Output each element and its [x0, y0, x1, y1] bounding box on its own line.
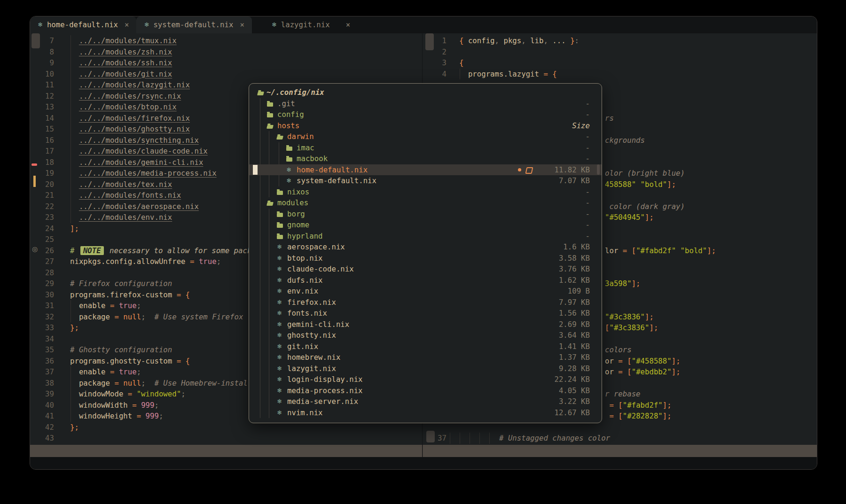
statusline-right: lazygit.nix 1:1	[423, 445, 817, 457]
code-line[interactable]: 7 ../../modules/tmux.nix	[30, 35, 422, 47]
statusline-position: 1:1	[793, 469, 807, 470]
code-line[interactable]: 4 programs.lazygit = {	[423, 69, 817, 80]
tree-item-darwin[interactable]: darwin-	[249, 131, 602, 142]
code-line[interactable]: 3{	[423, 57, 817, 69]
tree-item-label: macbook	[297, 153, 328, 164]
tree-item-size: -	[586, 120, 590, 132]
code-line[interactable]: 2	[423, 47, 817, 58]
tree-item-label: system-default.nix	[297, 175, 376, 186]
tree-item-label: nvim.nix	[287, 407, 323, 419]
code-line[interactable]: 10 ../../modules/git.nix	[30, 69, 422, 80]
tree-item-borg[interactable]: borg-	[249, 209, 602, 220]
tree-item-hosts[interactable]: hosts-	[249, 120, 602, 132]
code-line[interactable]: 43	[30, 433, 422, 444]
popup-scroll-indicator	[597, 164, 600, 175]
tree-item-size: -	[586, 197, 590, 209]
tree-item-size: 1.6 KB	[563, 241, 590, 253]
tab-lazygit-nix[interactable]: ❄lazygit.nix×	[264, 16, 358, 33]
nix-file-icon: ❄	[277, 297, 282, 308]
tree-item-size: 3.58 KB	[559, 253, 590, 264]
code-line[interactable]: 8 ../../modules/zsh.nix	[30, 47, 422, 58]
tree-item-label: hyprland	[287, 231, 323, 242]
tree-item-size: 3.22 KB	[559, 396, 590, 407]
neotree-root-row[interactable]: ~/.config/nix Size	[249, 87, 602, 98]
tab-home-default-nix[interactable]: ❄home-default.nix×	[30, 16, 136, 33]
line-number: 23	[30, 212, 54, 223]
nix-file-icon: ❄	[277, 319, 282, 330]
line-number: 15	[30, 124, 54, 135]
tree-item-size: 9.28 KB	[559, 363, 590, 374]
line-number: 18	[30, 157, 54, 168]
tree-item-env-nix[interactable]: ❄env.nix109 B	[249, 286, 602, 297]
tree-item--git[interactable]: .git-	[249, 98, 602, 109]
tree-item-claude-code-nix[interactable]: ❄claude-code.nix3.76 KB	[249, 264, 602, 275]
tab-system-default-nix[interactable]: ❄system-default.nix×	[136, 16, 251, 33]
command-line[interactable]: :Neotree toggle reveal 8,1 Top	[30, 457, 817, 469]
code-line[interactable]: 37 # Unstagged changes color	[423, 433, 817, 444]
line-number: 16	[30, 135, 54, 146]
tree-item-size: -	[586, 153, 590, 164]
tree-item-fonts-nix[interactable]: ❄fonts.nix1.56 KB	[249, 308, 602, 319]
line-number: 36	[30, 356, 54, 367]
left-scrollbar-thumb[interactable]	[31, 33, 40, 48]
tree-item-size: 3.76 KB	[559, 264, 590, 275]
line-number: 9	[30, 57, 54, 69]
tree-item-system-default-nix[interactable]: ❄system-default.nix7.07 KB	[249, 175, 602, 186]
tree-item-gnome[interactable]: gnome-	[249, 219, 602, 231]
tree-item-dufs-nix[interactable]: ❄dufs.nix1.62 KB	[249, 275, 602, 286]
right-scrollbar-thumb[interactable]	[425, 33, 434, 50]
tree-item-macbook[interactable]: macbook-	[249, 153, 602, 164]
line-number: 25	[30, 234, 54, 245]
nix-file-icon: ❄	[277, 352, 282, 363]
close-icon[interactable]: ×	[240, 16, 244, 33]
nix-file-icon: ❄	[277, 241, 282, 253]
code-line[interactable]: 42};	[30, 422, 422, 433]
folder-open-icon	[266, 125, 274, 129]
code-line[interactable]: 1{ config, pkgs, lib, ... }:	[423, 35, 817, 47]
tree-item-nixos[interactable]: nixos-	[249, 186, 602, 198]
nix-file-icon: ❄	[286, 175, 291, 186]
tree-item-config[interactable]: config-	[249, 109, 602, 120]
close-icon[interactable]: ×	[125, 16, 129, 33]
tree-item-label: nixos	[287, 186, 309, 198]
tree-item-login-display-nix[interactable]: ❄login-display.nix22.24 KB	[249, 374, 602, 385]
tree-item-size: 1.37 KB	[559, 352, 590, 363]
tree-item-lazygit-nix[interactable]: ❄lazygit.nix9.28 KB	[249, 363, 602, 374]
tree-item-ghostty-nix[interactable]: ❄ghostty.nix3.64 KB	[249, 330, 602, 341]
tab-label: system-default.nix	[153, 16, 233, 33]
tree-item-firefox-nix[interactable]: ❄firefox.nix7.97 KB	[249, 297, 602, 308]
tree-item-label: git.nix	[287, 341, 318, 352]
tree-item-media-process-nix[interactable]: ❄media-process.nix4.05 KB	[249, 385, 602, 396]
tree-cursor-block	[253, 165, 258, 175]
tree-item-homebrew-nix[interactable]: ❄homebrew.nix1.37 KB	[249, 352, 602, 363]
tree-item-imac[interactable]: imac-	[249, 142, 602, 154]
tree-item-gemini-cli-nix[interactable]: ❄gemini-cli.nix2.69 KB	[249, 319, 602, 330]
tree-item-label: imac	[297, 142, 314, 154]
tree-item-size: 7.07 KB	[559, 175, 590, 186]
nix-file-icon: ❄	[277, 275, 282, 286]
tree-item-btop-nix[interactable]: ❄btop.nix3.58 KB	[249, 253, 602, 264]
code-line[interactable]: 9 ../../modules/ssh.nix	[30, 57, 422, 69]
nix-file-icon: ❄	[286, 164, 291, 176]
tree-item-size: -	[586, 98, 590, 109]
tree-item-modules[interactable]: modules-	[249, 197, 602, 209]
folder-icon	[286, 157, 292, 162]
nix-snowflake-icon: ❄	[272, 16, 277, 33]
tree-item-aerospace-nix[interactable]: ❄aerospace.nix1.6 KB	[249, 241, 602, 253]
tree-item-nvim-nix[interactable]: ❄nvim.nix12.67 KB	[249, 407, 602, 419]
line-number: 33	[30, 322, 54, 333]
tree-item-media-server-nix[interactable]: ❄media-server.nix3.22 KB	[249, 396, 602, 407]
line-number: 35	[30, 344, 54, 356]
tabline: ❄home-default.nix×❄system-default.nix×❄l…	[30, 16, 817, 33]
statusline-position: 25:1	[393, 469, 411, 470]
tree-item-label: modules	[277, 197, 308, 209]
line-number: 43	[30, 433, 54, 444]
tree-item-size: 4.05 KB	[559, 385, 590, 396]
tree-item-hyprland[interactable]: hyprland-	[249, 231, 602, 242]
neotree-popup[interactable]: ~/.config/nix Size .git-config-hosts-dar…	[249, 83, 602, 423]
tree-item-label: config	[277, 109, 304, 120]
tree-item-home-default-nix[interactable]: ❄home-default.nix11.82 KB	[249, 164, 602, 176]
tree-item-git-nix[interactable]: ❄git.nix1.41 KB	[249, 341, 602, 352]
tree-item-label: hosts	[277, 120, 299, 132]
close-icon[interactable]: ×	[346, 16, 350, 33]
